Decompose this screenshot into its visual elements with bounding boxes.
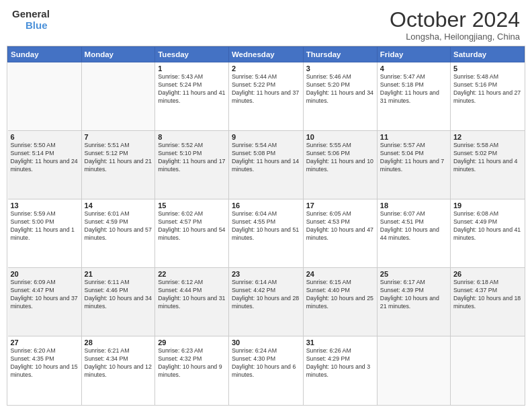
day-cell xyxy=(8,62,82,131)
weekday-sunday: Sunday xyxy=(8,47,82,62)
logo-general-text: General xyxy=(12,8,50,19)
day-cell: 25Sunrise: 6:17 AM Sunset: 4:39 PM Dayli… xyxy=(377,268,450,336)
day-info: Sunrise: 5:54 AM Sunset: 5:08 PM Dayligh… xyxy=(232,142,300,174)
day-info: Sunrise: 6:09 AM Sunset: 4:47 PM Dayligh… xyxy=(11,279,79,311)
day-number: 7 xyxy=(85,133,152,141)
location: Longsha, Heilongjiang, China xyxy=(390,32,520,42)
day-cell: 28Sunrise: 6:21 AM Sunset: 4:34 PM Dayli… xyxy=(81,336,155,405)
weekday-wednesday: Wednesday xyxy=(228,47,303,62)
day-info: Sunrise: 5:52 AM Sunset: 5:10 PM Dayligh… xyxy=(158,142,226,174)
month-title: October 2024 xyxy=(390,8,520,32)
day-cell: 20Sunrise: 6:09 AM Sunset: 4:47 PM Dayli… xyxy=(8,268,82,336)
header-right: October 2024 Longsha, Heilongjiang, Chin… xyxy=(390,8,520,42)
weekday-tuesday: Tuesday xyxy=(155,47,229,62)
day-cell: 21Sunrise: 6:11 AM Sunset: 4:46 PM Dayli… xyxy=(81,268,155,336)
day-number: 19 xyxy=(453,201,522,210)
day-cell: 1Sunrise: 5:43 AM Sunset: 5:24 PM Daylig… xyxy=(155,62,229,131)
day-info: Sunrise: 6:14 AM Sunset: 4:42 PM Dayligh… xyxy=(232,279,300,311)
day-number: 2 xyxy=(232,64,300,73)
day-info: Sunrise: 6:18 AM Sunset: 4:37 PM Dayligh… xyxy=(453,279,522,311)
day-number: 16 xyxy=(232,201,300,210)
day-number: 8 xyxy=(158,133,226,141)
day-cell: 30Sunrise: 6:24 AM Sunset: 4:30 PM Dayli… xyxy=(228,336,303,405)
week-row-5: 27Sunrise: 6:20 AM Sunset: 4:35 PM Dayli… xyxy=(8,336,525,405)
week-row-1: 1Sunrise: 5:43 AM Sunset: 5:24 PM Daylig… xyxy=(8,62,525,131)
day-info: Sunrise: 5:50 AM Sunset: 5:14 PM Dayligh… xyxy=(11,142,79,174)
day-number: 17 xyxy=(306,201,374,210)
day-cell: 24Sunrise: 6:15 AM Sunset: 4:40 PM Dayli… xyxy=(303,268,377,336)
calendar-header: SundayMondayTuesdayWednesdayThursdayFrid… xyxy=(8,47,525,62)
day-info: Sunrise: 5:57 AM Sunset: 5:04 PM Dayligh… xyxy=(380,142,447,174)
week-row-2: 6Sunrise: 5:50 AM Sunset: 5:14 PM Daylig… xyxy=(8,131,525,199)
day-number: 10 xyxy=(306,133,374,141)
day-number: 4 xyxy=(380,64,447,73)
day-info: Sunrise: 6:07 AM Sunset: 4:51 PM Dayligh… xyxy=(380,210,447,242)
day-number: 28 xyxy=(85,338,152,347)
day-number: 11 xyxy=(380,133,447,141)
day-info: Sunrise: 6:08 AM Sunset: 4:49 PM Dayligh… xyxy=(453,210,522,242)
day-number: 12 xyxy=(453,133,522,141)
day-cell: 13Sunrise: 5:59 AM Sunset: 5:00 PM Dayli… xyxy=(8,199,82,268)
day-cell: 29Sunrise: 6:23 AM Sunset: 4:32 PM Dayli… xyxy=(155,336,229,405)
day-cell: 26Sunrise: 6:18 AM Sunset: 4:37 PM Dayli… xyxy=(451,268,525,336)
day-number: 26 xyxy=(453,270,522,278)
day-number: 1 xyxy=(158,64,226,73)
day-number: 27 xyxy=(11,338,79,347)
day-info: Sunrise: 6:11 AM Sunset: 4:46 PM Dayligh… xyxy=(85,279,152,311)
day-cell: 17Sunrise: 6:05 AM Sunset: 4:53 PM Dayli… xyxy=(303,199,377,268)
day-number: 20 xyxy=(11,270,79,278)
day-number: 31 xyxy=(306,338,374,347)
day-number: 21 xyxy=(85,270,152,278)
day-info: Sunrise: 6:17 AM Sunset: 4:39 PM Dayligh… xyxy=(380,279,447,311)
day-cell: 19Sunrise: 6:08 AM Sunset: 4:49 PM Dayli… xyxy=(451,199,525,268)
day-cell: 4Sunrise: 5:47 AM Sunset: 5:18 PM Daylig… xyxy=(377,62,450,131)
day-number: 29 xyxy=(158,338,226,347)
week-row-4: 20Sunrise: 6:09 AM Sunset: 4:47 PM Dayli… xyxy=(8,268,525,336)
day-info: Sunrise: 6:20 AM Sunset: 4:35 PM Dayligh… xyxy=(11,347,79,379)
day-cell: 16Sunrise: 6:04 AM Sunset: 4:55 PM Dayli… xyxy=(228,199,303,268)
day-info: Sunrise: 5:46 AM Sunset: 5:20 PM Dayligh… xyxy=(306,73,374,105)
weekday-header-row: SundayMondayTuesdayWednesdayThursdayFrid… xyxy=(8,47,525,62)
day-info: Sunrise: 6:01 AM Sunset: 4:59 PM Dayligh… xyxy=(85,210,152,242)
day-info: Sunrise: 6:05 AM Sunset: 4:53 PM Dayligh… xyxy=(306,210,374,242)
day-info: Sunrise: 6:15 AM Sunset: 4:40 PM Dayligh… xyxy=(306,279,374,311)
day-info: Sunrise: 5:47 AM Sunset: 5:18 PM Dayligh… xyxy=(380,73,447,105)
day-info: Sunrise: 6:12 AM Sunset: 4:44 PM Dayligh… xyxy=(158,279,226,311)
day-cell: 9Sunrise: 5:54 AM Sunset: 5:08 PM Daylig… xyxy=(228,131,303,199)
day-info: Sunrise: 5:55 AM Sunset: 5:06 PM Dayligh… xyxy=(306,142,374,174)
day-cell: 14Sunrise: 6:01 AM Sunset: 4:59 PM Dayli… xyxy=(81,199,155,268)
day-info: Sunrise: 6:02 AM Sunset: 4:57 PM Dayligh… xyxy=(158,210,226,242)
day-number: 3 xyxy=(306,64,374,73)
day-number: 30 xyxy=(232,338,300,347)
day-cell xyxy=(377,336,450,405)
day-number: 22 xyxy=(158,270,226,278)
day-info: Sunrise: 5:48 AM Sunset: 5:16 PM Dayligh… xyxy=(453,73,522,105)
header: General Blue October 2024 Longsha, Heilo… xyxy=(0,0,532,46)
day-cell: 22Sunrise: 6:12 AM Sunset: 4:44 PM Dayli… xyxy=(155,268,229,336)
logo: General Blue xyxy=(12,8,50,31)
day-cell: 5Sunrise: 5:48 AM Sunset: 5:16 PM Daylig… xyxy=(451,62,525,131)
day-cell: 11Sunrise: 5:57 AM Sunset: 5:04 PM Dayli… xyxy=(377,131,450,199)
day-cell: 18Sunrise: 6:07 AM Sunset: 4:51 PM Dayli… xyxy=(377,199,450,268)
day-info: Sunrise: 6:04 AM Sunset: 4:55 PM Dayligh… xyxy=(232,210,300,242)
weekday-thursday: Thursday xyxy=(303,47,377,62)
day-number: 6 xyxy=(11,133,79,141)
day-cell: 23Sunrise: 6:14 AM Sunset: 4:42 PM Dayli… xyxy=(228,268,303,336)
day-cell: 2Sunrise: 5:44 AM Sunset: 5:22 PM Daylig… xyxy=(228,62,303,131)
day-cell: 7Sunrise: 5:51 AM Sunset: 5:12 PM Daylig… xyxy=(81,131,155,199)
day-info: Sunrise: 5:59 AM Sunset: 5:00 PM Dayligh… xyxy=(11,210,79,242)
day-cell xyxy=(81,62,155,131)
weekday-monday: Monday xyxy=(81,47,155,62)
day-number: 23 xyxy=(232,270,300,278)
page: General Blue October 2024 Longsha, Heilo… xyxy=(0,0,532,411)
day-info: Sunrise: 6:21 AM Sunset: 4:34 PM Dayligh… xyxy=(85,347,152,379)
day-info: Sunrise: 6:24 AM Sunset: 4:30 PM Dayligh… xyxy=(232,347,300,379)
day-cell: 27Sunrise: 6:20 AM Sunset: 4:35 PM Dayli… xyxy=(8,336,82,405)
logo-blue-text: Blue xyxy=(26,19,48,31)
calendar-table: SundayMondayTuesdayWednesdayThursdayFrid… xyxy=(7,46,525,405)
day-cell: 8Sunrise: 5:52 AM Sunset: 5:10 PM Daylig… xyxy=(155,131,229,199)
day-number: 9 xyxy=(232,133,300,141)
day-info: Sunrise: 6:23 AM Sunset: 4:32 PM Dayligh… xyxy=(158,347,226,379)
day-info: Sunrise: 6:26 AM Sunset: 4:29 PM Dayligh… xyxy=(306,347,374,379)
week-row-3: 13Sunrise: 5:59 AM Sunset: 5:00 PM Dayli… xyxy=(8,199,525,268)
